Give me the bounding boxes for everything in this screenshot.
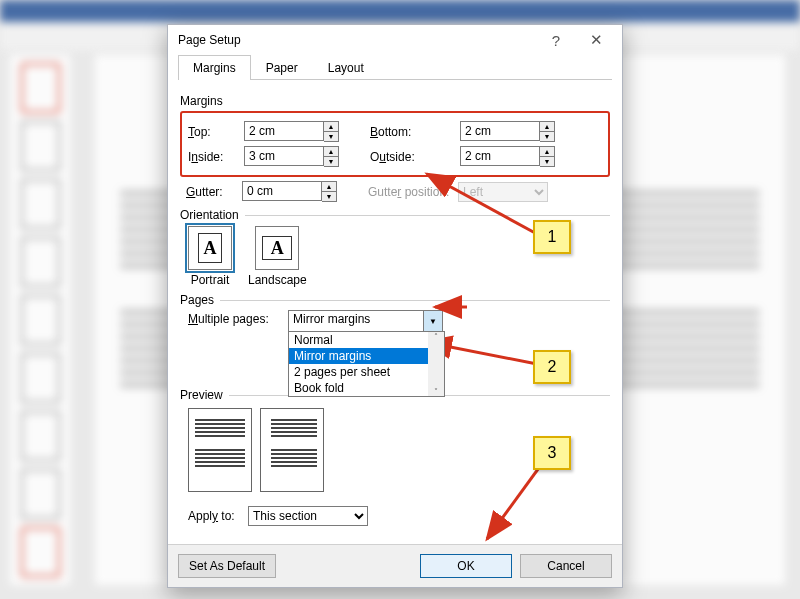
tab-paper[interactable]: Paper <box>251 55 313 80</box>
multiple-pages-dropdown[interactable]: Normal Mirror margins 2 pages per sheet … <box>288 331 445 397</box>
dropdown-scrollbar[interactable]: ˄˅ <box>428 332 444 396</box>
apply-to-label: Apply to: <box>188 509 248 523</box>
outside-label: Outside: <box>370 150 460 164</box>
preview-page-right <box>260 408 324 492</box>
ok-button[interactable]: OK <box>420 554 512 578</box>
bottom-input[interactable] <box>460 121 540 141</box>
bottom-label: Bottom: <box>370 125 460 139</box>
page-setup-dialog: Page Setup ? ✕ Margins Paper Layout Marg… <box>167 24 623 588</box>
orientation-landscape[interactable]: A Landscape <box>248 226 307 287</box>
inside-label: Inside: <box>188 150 244 164</box>
close-button[interactable]: ✕ <box>576 26 616 54</box>
spin-up-icon[interactable]: ▲ <box>540 147 554 156</box>
pages-group-label: Pages <box>180 293 610 307</box>
top-input[interactable] <box>244 121 324 141</box>
spin-down-icon[interactable]: ▼ <box>540 131 554 141</box>
landscape-icon: A <box>262 236 292 260</box>
preview-area <box>188 408 610 492</box>
button-bar: Set As Default OK Cancel <box>168 544 622 587</box>
cancel-button[interactable]: Cancel <box>520 554 612 578</box>
dialog-title: Page Setup <box>178 33 536 47</box>
spin-up-icon[interactable]: ▲ <box>324 147 338 156</box>
spin-up-icon[interactable]: ▲ <box>324 122 338 131</box>
orientation-group-label: Orientation <box>180 208 610 222</box>
multiple-pages-select[interactable]: Mirror margins ▼ Normal Mirror margins 2… <box>288 310 443 332</box>
titlebar: Page Setup ? ✕ <box>168 25 622 55</box>
inside-spinner[interactable]: ▲▼ <box>244 146 334 167</box>
spin-up-icon[interactable]: ▲ <box>540 122 554 131</box>
set-as-default-button[interactable]: Set As Default <box>178 554 276 578</box>
tab-layout[interactable]: Layout <box>313 55 379 80</box>
gutter-position-label: Gutter position: <box>368 185 458 199</box>
margins-group-label: Margins <box>180 94 610 108</box>
chevron-down-icon[interactable]: ▼ <box>423 311 442 331</box>
gutter-position-select: Left <box>458 182 548 202</box>
margins-highlight-box: Top: ▲▼ Bottom: ▲▼ Inside: ▲▼ <box>180 111 610 177</box>
gutter-spinner[interactable]: ▲▼ <box>242 181 332 202</box>
help-button[interactable]: ? <box>536 26 576 54</box>
outside-spinner[interactable]: ▲▼ <box>460 146 550 167</box>
spin-down-icon[interactable]: ▼ <box>324 131 338 141</box>
outside-input[interactable] <box>460 146 540 166</box>
tab-margins[interactable]: Margins <box>178 55 251 80</box>
gutter-label: Gutter: <box>186 185 242 199</box>
gutter-input[interactable] <box>242 181 322 201</box>
option-normal[interactable]: Normal <box>289 332 444 348</box>
option-book-fold[interactable]: Book fold <box>289 380 444 396</box>
spin-down-icon[interactable]: ▼ <box>540 156 554 166</box>
multiple-pages-value: Mirror margins <box>289 311 423 331</box>
spin-up-icon[interactable]: ▲ <box>322 182 336 191</box>
portrait-icon: A <box>198 233 222 263</box>
spin-down-icon[interactable]: ▼ <box>322 191 336 201</box>
apply-to-select[interactable]: This section <box>248 506 368 526</box>
top-label: Top: <box>188 125 244 139</box>
tab-strip: Margins Paper Layout <box>178 55 612 80</box>
top-spinner[interactable]: ▲▼ <box>244 121 334 142</box>
spin-down-icon[interactable]: ▼ <box>324 156 338 166</box>
inside-input[interactable] <box>244 146 324 166</box>
orientation-portrait[interactable]: A Portrait <box>188 226 232 287</box>
bottom-spinner[interactable]: ▲▼ <box>460 121 550 142</box>
preview-page-left <box>188 408 252 492</box>
multiple-pages-label: Multiple pages: <box>188 310 288 326</box>
option-mirror-margins[interactable]: Mirror margins <box>289 348 444 364</box>
option-2-pages-per-sheet[interactable]: 2 pages per sheet <box>289 364 444 380</box>
